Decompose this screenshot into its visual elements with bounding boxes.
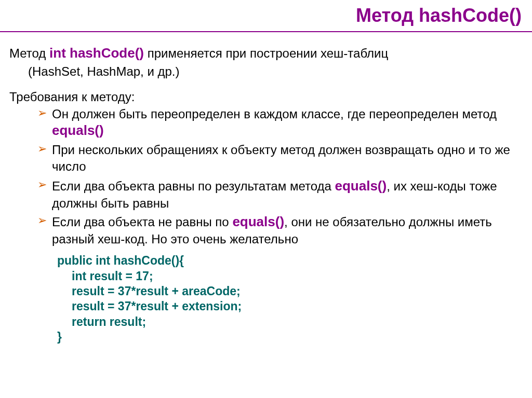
intro-highlight: int hashCode() — [49, 45, 144, 61]
item-before: Он должен быть переопределен в каждом кл… — [52, 107, 497, 121]
code-block: public int hashCode(){ int result = 17; … — [9, 253, 527, 345]
item-highlight: equals() — [232, 214, 284, 229]
code-line: int result = 17; — [57, 269, 527, 284]
page-title: Метод hashCode() — [356, 5, 522, 26]
item-highlight: equals() — [52, 122, 104, 138]
title-bar: Метод hashCode() — [0, 0, 532, 32]
list-item: Если два объекта не равны по equals(), о… — [37, 213, 527, 247]
code-line: } — [57, 330, 62, 344]
item-before: Если два объекта равны по результатам ме… — [52, 179, 335, 193]
item-highlight: equals() — [335, 178, 387, 194]
content-area: Метод int hashCode() применяется при пос… — [0, 32, 532, 345]
requirements-list: Он должен быть переопределен в каждом кл… — [9, 106, 527, 247]
list-item: Если два объекта равны по результатам ме… — [37, 177, 527, 211]
code-line: return result; — [57, 314, 527, 330]
code-line: public int hashCode(){ — [57, 254, 184, 267]
code-line: result = 37*result + areaCode; — [57, 284, 527, 299]
item-before: Если два объекта не равны по — [52, 215, 232, 229]
intro-subline: (HashSet, HashMap, и др.) — [9, 63, 527, 79]
intro-line: Метод int hashCode() применяется при пос… — [9, 45, 527, 62]
list-item: При нескольких обращениях к объекту мето… — [37, 142, 527, 175]
intro-suffix: применяется при построении хеш-таблиц — [144, 46, 388, 60]
item-before: При нескольких обращениях к объекту мето… — [52, 143, 510, 173]
list-item: Он должен быть переопределен в каждом кл… — [37, 106, 527, 140]
intro-prefix: Метод — [9, 46, 49, 60]
code-line: result = 37*result + extension; — [57, 299, 527, 314]
requirements-heading: Требования к методу: — [9, 89, 527, 105]
